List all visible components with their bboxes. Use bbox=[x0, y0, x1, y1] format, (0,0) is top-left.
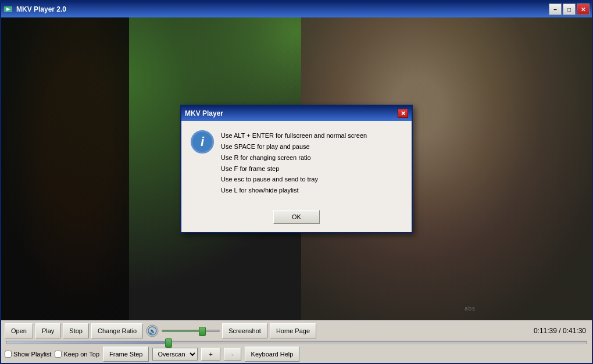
show-playlist-checkbox[interactable] bbox=[5, 351, 12, 358]
dialog-message: Use ALT + ENTER for fullscreen and norma… bbox=[221, 130, 367, 195]
main-window: MKV Player 2.0 – □ ✕ abs MKV Player ✕ i … bbox=[0, 0, 593, 364]
dialog-line-6: Use L for show/hide playlist bbox=[221, 187, 299, 194]
dialog-line-1: Use ALT + ENTER for fullscreen and norma… bbox=[221, 132, 367, 139]
volume-track[interactable] bbox=[162, 330, 220, 332]
dialog-line-2: Use SPACE for play and pause bbox=[221, 143, 310, 150]
video-area: abs MKV Player ✕ i Use ALT + ENTER for f… bbox=[1, 17, 592, 320]
minimize-button[interactable]: – bbox=[549, 3, 562, 15]
info-dialog: MKV Player ✕ i Use ALT + ENTER for fulls… bbox=[180, 105, 413, 233]
volume-icon[interactable]: 🔊 bbox=[145, 324, 159, 338]
close-button[interactable]: ✕ bbox=[577, 3, 590, 15]
overscan-dropdown[interactable]: Overscan4:316:9Stretch bbox=[152, 348, 198, 361]
title-bar: MKV Player 2.0 – □ ✕ bbox=[1, 1, 592, 17]
keep-on-top-checkbox[interactable] bbox=[55, 351, 62, 358]
stop-button[interactable]: Stop bbox=[63, 323, 89, 338]
plus-button[interactable]: + bbox=[201, 348, 220, 361]
home-page-button[interactable]: Home Page bbox=[270, 323, 316, 338]
info-icon: i bbox=[191, 130, 214, 154]
change-ratio-button[interactable]: Change Ratio bbox=[91, 323, 143, 338]
ok-button[interactable]: OK bbox=[273, 210, 320, 224]
progress-row bbox=[5, 341, 588, 344]
dialog-title-text: MKV Player bbox=[185, 109, 398, 117]
volume-thumb[interactable] bbox=[199, 327, 206, 336]
keyboard-help-button[interactable]: Keyboard Help bbox=[245, 347, 300, 362]
svg-text:🔊: 🔊 bbox=[149, 327, 156, 335]
dialog-close-button[interactable]: ✕ bbox=[398, 109, 408, 118]
control-bar: Open Play Stop Change Ratio 🔊 Screenshot… bbox=[1, 320, 592, 363]
volume-slider[interactable] bbox=[162, 330, 220, 332]
keep-on-top-text: Keep on Top bbox=[63, 351, 99, 358]
progress-bar[interactable] bbox=[6, 341, 587, 344]
screenshot-button[interactable]: Screenshot bbox=[222, 323, 267, 338]
maximize-button[interactable]: □ bbox=[563, 3, 576, 15]
play-button[interactable]: Play bbox=[35, 323, 60, 338]
control-row-2: Show Playlist Keep on Top Frame Step Ove… bbox=[5, 347, 588, 362]
dialog-line-5: Use esc to pause and send to tray bbox=[221, 176, 318, 183]
dialog-footer: OK bbox=[181, 205, 412, 232]
window-controls: – □ ✕ bbox=[549, 3, 590, 15]
dialog-line-4: Use F for frame step bbox=[221, 165, 279, 172]
minus-button[interactable]: - bbox=[224, 348, 241, 361]
show-playlist-label[interactable]: Show Playlist bbox=[5, 351, 51, 358]
modal-overlay: MKV Player ✕ i Use ALT + ENTER for fulls… bbox=[1, 17, 592, 320]
progress-fill bbox=[6, 341, 169, 344]
dialog-line-3: Use R for changing screen ratio bbox=[221, 154, 311, 161]
dialog-title-bar: MKV Player ✕ bbox=[181, 106, 412, 121]
time-display: 0:11:39 / 0:41:30 bbox=[534, 327, 588, 335]
window-title: MKV Player 2.0 bbox=[16, 5, 549, 13]
keep-on-top-label[interactable]: Keep on Top bbox=[55, 351, 99, 358]
show-playlist-text: Show Playlist bbox=[13, 351, 51, 358]
dialog-body: i Use ALT + ENTER for fullscreen and nor… bbox=[181, 121, 412, 205]
open-button[interactable]: Open bbox=[5, 323, 33, 338]
frame-step-button[interactable]: Frame Step bbox=[103, 347, 149, 362]
app-icon bbox=[3, 5, 13, 14]
progress-thumb[interactable] bbox=[165, 338, 172, 348]
control-row-1: Open Play Stop Change Ratio 🔊 Screenshot… bbox=[5, 323, 588, 338]
